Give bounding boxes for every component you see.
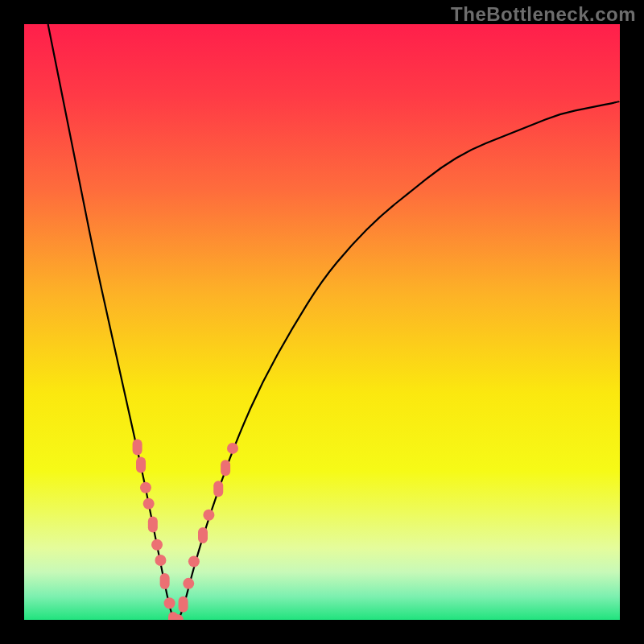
marker-point (183, 578, 194, 589)
marker-point (136, 457, 146, 473)
marker-point (179, 597, 188, 613)
marker-point (213, 481, 223, 497)
marker-point (160, 573, 170, 589)
chart-container: TheBottleneck.com (0, 0, 644, 644)
marker-point (140, 482, 151, 493)
marker-point (151, 539, 163, 551)
marker-point (227, 443, 238, 454)
bottleneck-curve-plot (24, 24, 620, 620)
marker-point (221, 460, 230, 476)
marker-point (203, 510, 214, 521)
marker-point (188, 555, 200, 567)
marker-point (164, 597, 175, 609)
marker-point (143, 498, 155, 510)
marker-point (148, 517, 158, 533)
watermark-text: TheBottleneck.com (451, 3, 636, 26)
marker-point (198, 527, 208, 543)
gradient-background (24, 24, 620, 620)
marker-point (133, 439, 142, 455)
marker-point (155, 555, 166, 566)
